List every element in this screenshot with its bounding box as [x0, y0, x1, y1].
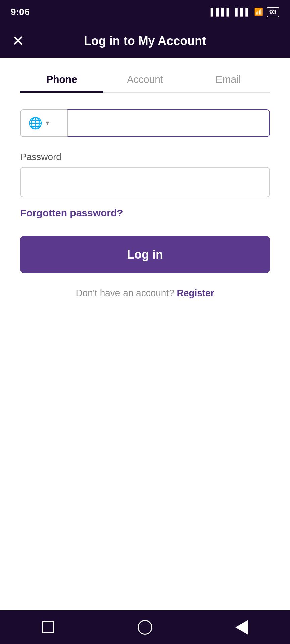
bottom-nav — [0, 610, 290, 644]
signal-icon: ▌▌▌▌ — [211, 8, 232, 16]
wifi-icon: 📶 — [254, 8, 263, 16]
back-triangle-icon — [235, 620, 248, 635]
signal2-icon: ▌▌▌ — [235, 8, 251, 16]
status-bar: 9:06 ▌▌▌▌ ▌▌▌ 📶 93 — [0, 0, 290, 24]
login-button[interactable]: Log in — [20, 236, 270, 273]
square-icon — [42, 621, 54, 633]
tab-email[interactable]: Email — [187, 64, 270, 92]
nav-back-button[interactable] — [233, 619, 250, 636]
status-icons: ▌▌▌▌ ▌▌▌ 📶 93 — [211, 7, 279, 17]
register-row: Don't have an account? Register — [20, 288, 270, 299]
globe-icon: 🌐 — [28, 116, 42, 130]
circle-icon — [138, 620, 152, 635]
header-title: Log in to My Account — [84, 34, 206, 48]
password-input[interactable] — [20, 167, 270, 197]
main-content: Phone Account Email 🌐 ▾ Password Forgott… — [0, 58, 290, 610]
nav-home-button[interactable] — [137, 619, 153, 636]
chevron-down-icon: ▾ — [46, 119, 49, 127]
phone-input-row: 🌐 ▾ — [20, 109, 270, 137]
tab-phone[interactable]: Phone — [20, 64, 103, 92]
register-prompt-text: Don't have an account? — [76, 288, 174, 298]
nav-square-button[interactable] — [40, 619, 57, 636]
status-time: 9:06 — [11, 7, 30, 17]
country-selector[interactable]: 🌐 ▾ — [20, 109, 67, 137]
header: ✕ Log in to My Account — [0, 24, 290, 58]
password-label: Password — [20, 152, 270, 162]
tab-bar: Phone Account Email — [20, 64, 270, 93]
close-button[interactable]: ✕ — [12, 34, 25, 48]
register-link[interactable]: Register — [177, 288, 214, 298]
phone-number-input[interactable] — [67, 109, 270, 137]
battery-indicator: 93 — [267, 7, 279, 17]
forgotten-password-link[interactable]: Forgotten password? — [20, 207, 123, 219]
tab-account[interactable]: Account — [103, 64, 187, 92]
